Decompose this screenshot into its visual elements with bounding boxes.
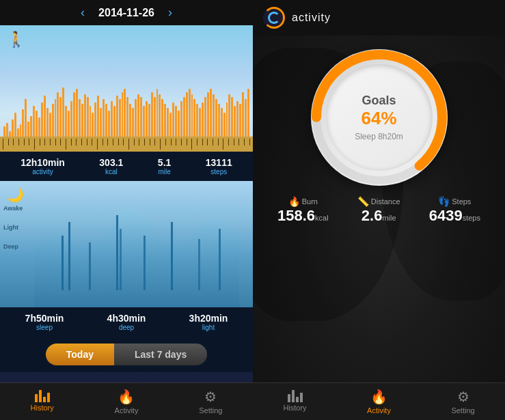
activity-bar <box>234 106 236 137</box>
activity-bar <box>62 87 64 137</box>
activity-bar <box>221 108 223 137</box>
activity-bar <box>191 94 193 137</box>
sleep-chart: 🌙 AwakeLightDeep <box>0 181 253 307</box>
ruler-mark <box>113 139 113 145</box>
distance-icon: 📏 <box>357 196 369 207</box>
activity-bar <box>218 104 220 137</box>
activity-stats-row: 🔥 Burn 158.6kcal 📏 Distance 2.6mile 👣 St… <box>253 193 505 232</box>
svg-rect-2 <box>89 242 91 290</box>
activity-bar <box>226 102 228 137</box>
activity-bars <box>0 55 253 137</box>
burn-icon: 🔥 <box>288 196 300 207</box>
activity-bar <box>156 89 159 137</box>
prev-date-button[interactable]: ‹ <box>81 5 85 20</box>
app-logo-inner <box>268 12 280 24</box>
activity-bar <box>137 94 139 137</box>
activity-bar <box>36 111 38 137</box>
stat-label: deep <box>107 324 146 331</box>
stat-card-label: 👣 Steps <box>429 196 480 207</box>
activity-bar <box>12 120 14 137</box>
nav-item-activity[interactable]: 🔥Activity <box>84 383 168 420</box>
nav-label: Setting <box>199 406 222 415</box>
activity-bar <box>215 99 217 137</box>
activity-bar <box>81 104 83 137</box>
last7days-button[interactable]: Last 7 days <box>114 344 207 365</box>
ruler-mark <box>191 139 192 150</box>
activity-bar <box>154 97 156 137</box>
sleep-wave-chart <box>0 181 253 307</box>
nav-item-setting[interactable]: ⚙Setting <box>169 383 253 420</box>
activity-bar <box>204 97 206 137</box>
activity-bar <box>202 102 204 137</box>
activity-bar <box>180 101 182 137</box>
progress-ring-svg <box>311 49 448 186</box>
left-bottom-nav: History🔥Activity⚙Setting <box>0 382 253 420</box>
activity-bar <box>17 128 19 137</box>
sleep-stat-item: 7h50minsleep <box>25 313 64 331</box>
ruler-mark <box>218 139 219 145</box>
activity-bar <box>108 111 110 137</box>
activity-bar <box>44 96 46 137</box>
activity-stat-item: 13111steps <box>206 157 232 176</box>
toggle-section: Today Last 7 days <box>0 337 253 372</box>
ruler-mark <box>76 139 77 145</box>
activity-bar <box>87 97 89 137</box>
ruler-mark <box>40 139 40 145</box>
activity-bar <box>129 104 131 137</box>
stat-card-label: 🔥 Burn <box>277 196 329 207</box>
activity-bar <box>22 109 24 137</box>
stat-label: activity <box>21 168 65 176</box>
activity-bar <box>199 108 201 137</box>
ruler-mark <box>144 139 145 145</box>
activity-bar <box>151 92 153 137</box>
ruler-mark <box>81 139 82 145</box>
activity-stats: 12h10minactivity303.1kcal5.1mile13111ste… <box>0 152 253 181</box>
activity-bar <box>90 106 92 137</box>
activity-bar <box>189 89 191 137</box>
ruler-mark <box>238 139 239 145</box>
ruler-mark <box>181 139 182 145</box>
activity-bar <box>55 99 57 137</box>
activity-bar <box>135 99 137 137</box>
steps-icon: 👣 <box>438 196 450 207</box>
activity-bar <box>100 108 102 137</box>
history-icon <box>35 389 50 402</box>
svg-rect-6 <box>171 222 173 290</box>
activity-bar <box>113 106 115 137</box>
activity-bar <box>70 101 72 137</box>
stat-label: steps <box>206 168 232 176</box>
activity-bar <box>3 126 5 137</box>
ruler-mark <box>50 139 51 145</box>
activity-bar <box>97 96 99 137</box>
activity-bar <box>167 108 169 137</box>
activity-bar <box>30 116 32 137</box>
current-date: 2014-11-26 <box>98 7 154 19</box>
svg-rect-1 <box>68 222 70 290</box>
activity-bar <box>92 113 94 137</box>
activity-bar <box>175 106 177 137</box>
ruler-mark <box>24 139 25 145</box>
ruler-mark <box>18 139 19 145</box>
activity-bar <box>239 104 241 137</box>
activity-bar <box>73 92 75 137</box>
right-panel-title: activity <box>292 12 331 24</box>
next-date-button[interactable]: › <box>168 5 172 20</box>
ruler-mark <box>223 139 223 150</box>
right-stat-card-distance: 📏 Distance 2.6mile <box>357 196 400 225</box>
activity-bar <box>210 89 212 137</box>
today-button[interactable]: Today <box>46 344 114 365</box>
ruler-mark <box>8 139 9 145</box>
activity-stat-item: 303.1kcal <box>99 157 123 176</box>
activity-bar <box>178 111 180 137</box>
activity-bar <box>223 113 226 137</box>
activity-bar <box>164 104 166 137</box>
svg-rect-5 <box>144 236 146 290</box>
activity-bar <box>84 94 86 137</box>
stat-card-value: 2.6mile <box>357 207 400 225</box>
nav-label: Activity <box>115 406 139 415</box>
activity-bar <box>196 104 198 137</box>
right-header: activity <box>253 0 505 36</box>
nav-item-history[interactable]: History <box>0 383 84 420</box>
activity-bar <box>231 97 233 137</box>
app-logo <box>263 7 285 29</box>
